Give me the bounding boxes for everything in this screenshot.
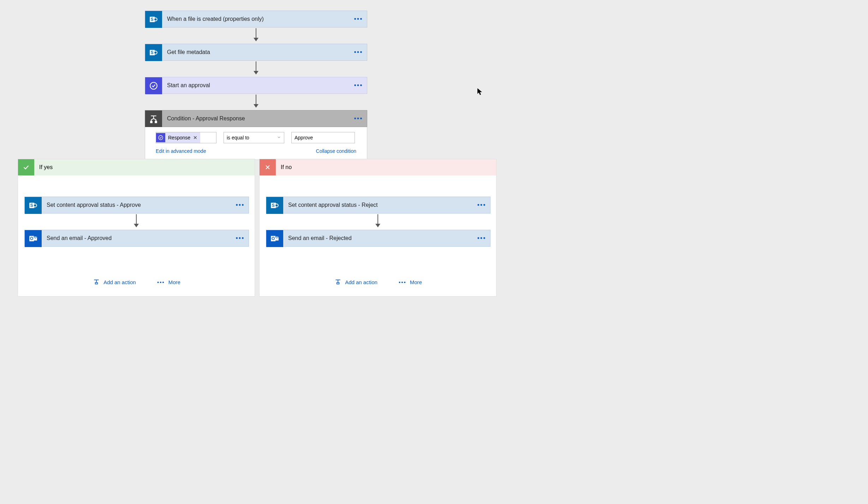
branch-header-no: If no xyxy=(260,159,496,175)
step-menu-icon[interactable]: ••• xyxy=(350,77,367,94)
start-approval-step[interactable]: Start an approval ••• xyxy=(145,77,367,94)
x-icon xyxy=(260,159,276,175)
approval-icon xyxy=(156,133,165,142)
mouse-cursor-icon xyxy=(477,88,483,97)
step-menu-icon[interactable]: ••• xyxy=(350,11,367,27)
condition-left-operand[interactable]: Response ✕ xyxy=(156,132,216,143)
svg-point-7 xyxy=(154,52,157,54)
step-title: Send an email - Rejected xyxy=(283,230,473,246)
svg-rect-27 xyxy=(337,283,339,284)
step-menu-icon[interactable]: ••• xyxy=(350,44,367,60)
step-title: When a file is created (properties only) xyxy=(162,11,350,27)
edit-advanced-link[interactable]: Edit in advanced mode xyxy=(156,148,206,154)
svg-point-3 xyxy=(154,18,157,21)
flow-arrow-icon xyxy=(377,214,378,227)
step-menu-icon[interactable]: ••• xyxy=(350,110,367,127)
step-menu-icon[interactable]: ••• xyxy=(232,197,249,213)
condition-icon xyxy=(145,110,162,127)
flow-arrow-icon xyxy=(256,28,256,41)
step-menu-icon[interactable]: ••• xyxy=(473,230,490,246)
set-approval-approve-step[interactable]: S Set content approval status - Approve … xyxy=(24,197,249,214)
step-menu-icon[interactable]: ••• xyxy=(232,230,249,246)
svg-point-8 xyxy=(150,82,157,89)
sharepoint-icon: S xyxy=(266,197,283,214)
if-yes-branch: If yes S Set content approval status - A… xyxy=(18,159,255,296)
set-approval-reject-step[interactable]: S Set content approval status - Reject •… xyxy=(266,197,491,214)
svg-text:S: S xyxy=(30,203,33,208)
flow-canvas: S When a file is created (properties onl… xyxy=(0,0,868,504)
condition-step[interactable]: Condition - Approval Response ••• xyxy=(145,110,367,127)
svg-text:S: S xyxy=(272,203,275,208)
condition-editor: Response ✕ is equal to Approve Edit in a… xyxy=(145,127,367,160)
approval-icon xyxy=(145,77,162,94)
remove-token-icon[interactable]: ✕ xyxy=(193,135,197,140)
step-title: Start an approval xyxy=(162,77,350,94)
sharepoint-icon: S xyxy=(25,197,42,214)
more-icon: ••• xyxy=(157,279,165,285)
svg-point-15 xyxy=(34,204,36,207)
check-icon xyxy=(18,159,34,175)
get-metadata-step[interactable]: S Get file metadata ••• xyxy=(145,44,367,61)
step-title: Send an email - Approved xyxy=(42,230,232,246)
sharepoint-icon: S xyxy=(145,11,162,28)
add-action-link[interactable]: Add an action xyxy=(93,278,136,286)
add-action-icon xyxy=(93,278,100,286)
svg-point-11 xyxy=(159,136,163,140)
more-link[interactable]: ••• More xyxy=(399,278,422,286)
flow-arrow-icon xyxy=(136,214,137,227)
svg-text:S: S xyxy=(151,17,154,22)
svg-point-23 xyxy=(275,204,278,207)
condition-value-input[interactable]: Approve xyxy=(291,132,355,143)
token-label: Response xyxy=(168,135,190,140)
condition-operator-select[interactable]: is equal to xyxy=(224,132,284,143)
step-title: Get file metadata xyxy=(162,44,350,60)
branch-title: If yes xyxy=(34,164,58,170)
step-menu-icon[interactable]: ••• xyxy=(473,197,490,213)
send-email-rejected-step[interactable]: O Send an email - Rejected ••• xyxy=(266,230,491,247)
step-title: Set content approval status - Approve xyxy=(42,197,232,213)
value-text: Approve xyxy=(295,135,313,140)
operator-value: is equal to xyxy=(227,135,249,140)
svg-text:O: O xyxy=(272,236,275,241)
flow-arrow-icon xyxy=(256,61,256,74)
if-no-branch: If no S Set content approval status - Re… xyxy=(259,159,497,296)
sharepoint-icon: S xyxy=(145,44,162,61)
step-title: Set content approval status - Reject xyxy=(283,197,473,213)
svg-rect-19 xyxy=(95,283,98,284)
svg-rect-9 xyxy=(150,121,152,123)
link-label: More xyxy=(168,279,180,285)
svg-text:O: O xyxy=(30,236,33,241)
link-label: Add an action xyxy=(103,279,136,285)
outlook-icon: O xyxy=(25,230,42,247)
link-label: More xyxy=(410,279,422,285)
step-title: Condition - Approval Response xyxy=(162,110,350,127)
add-action-icon xyxy=(334,278,341,286)
branch-title: If no xyxy=(276,164,297,170)
collapse-condition-link[interactable]: Collapse condition xyxy=(316,148,356,154)
trigger-step[interactable]: S When a file is created (properties onl… xyxy=(145,11,367,28)
outlook-icon: O xyxy=(266,230,283,247)
flow-arrow-icon xyxy=(256,95,256,107)
send-email-approved-step[interactable]: O Send an email - Approved ••• xyxy=(24,230,249,247)
svg-rect-10 xyxy=(155,121,156,123)
branch-header-yes: If yes xyxy=(18,159,255,175)
more-icon: ••• xyxy=(399,279,406,285)
add-action-link[interactable]: Add an action xyxy=(334,278,377,286)
link-label: Add an action xyxy=(345,279,377,285)
more-link[interactable]: ••• More xyxy=(157,278,180,286)
response-token[interactable]: Response ✕ xyxy=(156,132,200,143)
svg-text:S: S xyxy=(151,50,154,55)
chevron-down-icon xyxy=(277,135,281,140)
